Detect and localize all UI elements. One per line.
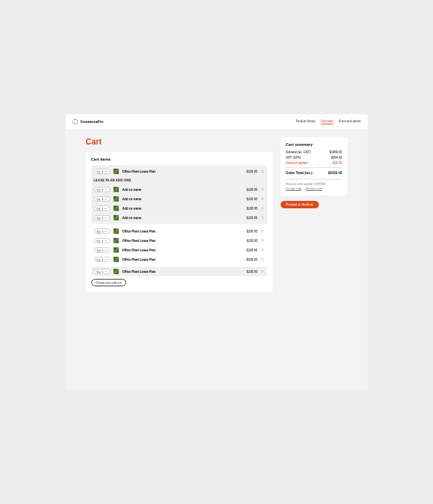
chevron-updown-icon[interactable]: ▴▾ (105, 249, 107, 251)
qty-stepper[interactable]: Qty1▴▾ (94, 215, 110, 220)
cart-summary-card: Cart summary Subtotal (ex. GST)$1959.50 … (281, 137, 348, 196)
delete-icon[interactable] (261, 258, 264, 261)
delete-icon[interactable] (261, 216, 264, 220)
item-price: $195.95 (246, 188, 257, 192)
item-name: Office Plant Lease Plan (122, 258, 243, 261)
item-name: Office Plant Lease Plan (122, 270, 243, 274)
main-item-group: Qty1▴▾ Office Plant Lease Plan $195.95 L… (91, 165, 267, 224)
chevron-updown-icon[interactable]: ▴▾ (105, 208, 107, 209)
summary-row: GST (10%)$294.92 (286, 156, 342, 159)
qty-stepper[interactable]: Qty1▴▾ (94, 257, 110, 262)
brand: CommercePro (73, 119, 103, 124)
discount-code: CODE001 (314, 182, 326, 185)
cart-row: Qty1▴▾ Office Plant Lease Plan $195.95 (91, 226, 267, 236)
item-name: Office Plant Lease Plan (122, 239, 243, 243)
qty-stepper[interactable]: Qty1▴▾ (94, 196, 110, 202)
chevron-updown-icon[interactable]: ▴▾ (105, 217, 107, 218)
cart-row: Qty1▴▾ Add on name $195.95 (91, 185, 267, 194)
item-price: $195.95 (246, 170, 257, 173)
addons-heading: LEASE PLAN ADD ONS (91, 176, 267, 185)
cart-items-card: Cart items Qty1▴▾ Office Plant Lease Pla… (86, 152, 273, 292)
item-name: Add on name (122, 207, 243, 210)
brand-name: CommercePro (81, 120, 103, 124)
cart-row: Qty1▴▾ Office Plant Lease Plan $195.95 (91, 255, 267, 264)
page-title: Cart (86, 137, 273, 146)
product-thumb (113, 257, 119, 262)
item-price: $195.95 (246, 239, 257, 243)
qty-stepper[interactable]: Qty1▴▾ (94, 238, 110, 243)
item-price: $195.95 (246, 216, 257, 220)
nav-cart-view[interactable]: Cart view (321, 120, 334, 124)
change-code-link[interactable]: Change code (286, 187, 302, 190)
proceed-to-checkout-button[interactable]: Proceed to checkout (281, 201, 319, 208)
qty-stepper[interactable]: Qty1▴▾ (94, 187, 110, 192)
delete-icon[interactable] (261, 188, 264, 192)
cart-row: Qty1▴▾ Office Plant Lease Plan $195.95 (91, 267, 267, 276)
summary-title: Cart summary (286, 142, 342, 146)
delete-icon[interactable] (261, 239, 264, 243)
choose-addons-button[interactable]: Choose your add-ons (91, 279, 126, 286)
item-price: $195.95 (246, 270, 257, 274)
delete-icon[interactable] (261, 249, 264, 252)
summary-row: Subtotal (ex. GST)$1959.50 (286, 151, 342, 154)
qty-stepper[interactable]: Qty1▴▾ (94, 269, 110, 274)
cart-row: Qty1▴▾ Add on name $195.95 (91, 204, 267, 213)
summary-total-row: Order Total (inc.)$2233.42 (286, 167, 342, 175)
cart-row: Qty1▴▾ Office Plant Lease Plan $195.95 (91, 236, 267, 245)
header: CommercePro Product library Cart view Fr… (66, 114, 368, 129)
product-thumb (113, 196, 119, 202)
qty-stepper[interactable]: Qty1▴▾ (94, 247, 110, 253)
product-thumb (113, 228, 119, 234)
cart-row: Qty1▴▾ Add on name $195.95 (91, 213, 267, 222)
discount-code-info: Discount code applied: CODE001 Change co… (286, 179, 342, 190)
item-price: $195.95 (246, 198, 257, 201)
product-thumb (113, 215, 119, 220)
chevron-updown-icon[interactable]: ▴▾ (105, 189, 107, 190)
item-price: $195.95 (246, 249, 257, 252)
chevron-updown-icon[interactable]: ▴▾ (105, 240, 107, 241)
delete-icon[interactable] (261, 170, 264, 173)
item-price: $195.95 (246, 207, 257, 210)
product-thumb (113, 169, 119, 174)
chevron-updown-icon[interactable]: ▴▾ (105, 271, 107, 272)
item-name: Add on name (122, 216, 243, 220)
item-name: Add on name (122, 188, 243, 192)
qty-stepper[interactable]: Qty1▴▾ (94, 169, 110, 174)
chevron-updown-icon[interactable]: ▴▾ (105, 198, 107, 200)
delete-icon[interactable] (261, 230, 264, 233)
delete-icon[interactable] (261, 198, 264, 201)
item-price: $195.95 (246, 230, 257, 233)
logo-icon (73, 119, 78, 124)
chevron-updown-icon[interactable]: ▴▾ (105, 259, 107, 260)
cart-row: Qty1▴▾ Office Plant Lease Plan $195.95 (91, 167, 267, 176)
chevron-updown-icon[interactable]: ▴▾ (105, 230, 107, 232)
chevron-updown-icon[interactable]: ▴▾ (105, 171, 107, 172)
cart-row: Qty1▴▾ Add on name $195.95 (91, 194, 267, 204)
item-name: Office Plant Lease Plan (122, 230, 243, 233)
qty-stepper[interactable]: Qty1▴▾ (94, 228, 110, 234)
product-thumb (113, 187, 119, 192)
item-name: Office Plant Lease Plan (122, 170, 243, 173)
delete-icon[interactable] (261, 270, 264, 274)
delete-icon[interactable] (261, 207, 264, 210)
cart-row: Qty1▴▾ Office Plant Lease Plan $195.95 (91, 245, 267, 255)
remove-code-link[interactable]: Remove code (305, 187, 322, 190)
nav-front-end-admin[interactable]: Front-end admin (338, 120, 360, 124)
product-thumb (113, 206, 119, 211)
item-price: $195.95 (246, 258, 257, 261)
item-name: Office Plant Lease Plan (122, 249, 243, 252)
item-name: Add on name (122, 198, 243, 201)
cart-items-title: Cart items (91, 157, 267, 161)
product-thumb (113, 247, 119, 253)
product-thumb (113, 269, 119, 274)
nav: Product library Cart view Front-end admi… (296, 120, 361, 124)
nav-product-library[interactable]: Product library (296, 120, 316, 124)
product-thumb (113, 238, 119, 243)
summary-discount-row: Discount applied-$20.00 (286, 161, 342, 165)
qty-stepper[interactable]: Qty1▴▾ (94, 206, 110, 211)
